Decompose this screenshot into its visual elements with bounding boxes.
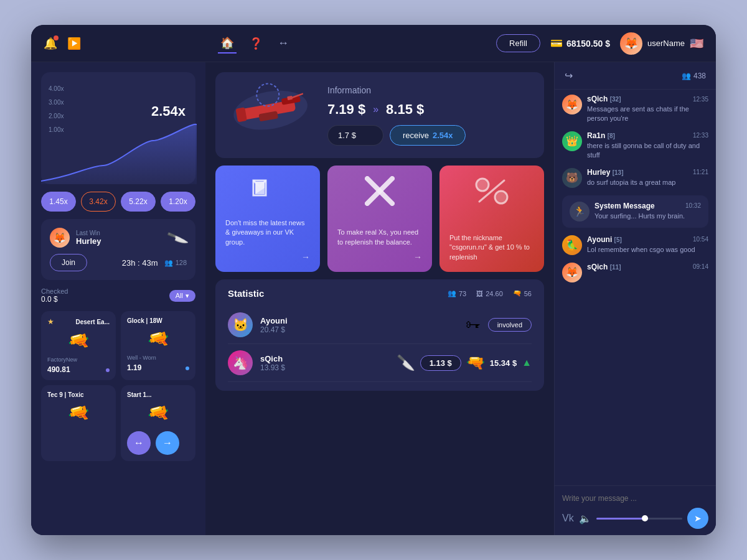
msg-time-2: 12:33: [693, 132, 708, 139]
chat-vk-icon[interactable]: Vk: [562, 513, 574, 524]
chat-input-field[interactable]: [562, 494, 708, 503]
mult-btn-4[interactable]: 1.20x: [161, 192, 195, 212]
promo-text-x: To make real Xs, you need to replenish t…: [337, 228, 422, 247]
notification-icon[interactable]: 🔔: [44, 37, 57, 50]
msg-avatar-3: 🐻: [562, 168, 582, 188]
action-btn-purple[interactable]: ↔: [127, 431, 151, 455]
stats-value: 🖼 24.60: [476, 290, 503, 297]
info-panel: Information 7.19 $ » 8.15 $ receive 2.54…: [327, 85, 532, 146]
items-grid: ★ Desert Ea... 🔫 FactoryNew 490.81 Glock…: [41, 311, 195, 461]
youtube-icon[interactable]: ▶️: [67, 37, 81, 50]
promo-text-percent: Put the nickname "csgorun.ru" & get 10 %…: [449, 233, 534, 262]
item-card-4[interactable]: Start 1... 🔫 ↔ →: [121, 385, 195, 461]
item-price-2: 1.19: [127, 363, 141, 372]
promo-arrow-x: →: [413, 252, 422, 262]
receive-label: receive: [403, 131, 429, 140]
msg-content-6: sQich [11] 09:14: [587, 263, 708, 273]
wallet-icon: 💳: [550, 37, 563, 49]
svg-point-11: [495, 191, 507, 203]
last-win-avatar: 🦊: [50, 228, 70, 248]
receive-button[interactable]: receive 2.54x: [390, 125, 466, 146]
msg-name-system: System Message: [594, 202, 655, 210]
msg-avatar-5: 🦜: [562, 235, 582, 255]
msg-content-3: Hurley [13] 11:21 do surf utopia its a g…: [587, 168, 708, 187]
nav-home-icon[interactable]: 🏠: [218, 34, 237, 54]
promo-cards: Don't miss the latest news & giveaways i…: [215, 166, 544, 272]
stats-section: Statistic 👥 73 🖼 24.60 🔫 56: [215, 279, 544, 391]
join-button[interactable]: Join: [50, 254, 87, 271]
nav-question-icon[interactable]: ❓: [247, 34, 265, 53]
stats-count: 🔫 56: [513, 289, 532, 297]
chat-message-6: 🦊 sQich [11] 09:14: [562, 263, 708, 282]
stat-item-knife-icon: 🔪: [397, 354, 415, 371]
info-title: Information: [327, 85, 532, 95]
stat-amount-2: 13.93 $: [260, 363, 285, 372]
receive-multiplier: 2.54x: [433, 131, 453, 140]
info-section: Information 7.19 $ » 8.15 $ receive 2.54…: [215, 72, 544, 158]
promo-arrow-vk: →: [301, 252, 310, 262]
volume-control[interactable]: [596, 518, 682, 520]
msg-name-1: sQich [32]: [587, 95, 621, 103]
stat-user-info-1: Ayouni 20.47 $: [260, 316, 288, 334]
msg-name-5: Ayouni [5]: [587, 235, 622, 244]
msg-text-2: there is still gonna be call of duty and…: [587, 141, 708, 161]
item-rarity-dot-2: [186, 366, 189, 370]
all-filter-button[interactable]: All ▾: [169, 290, 195, 302]
chat-collapse-icon[interactable]: ↪: [565, 70, 573, 82]
refill-button[interactable]: Refill: [496, 34, 540, 52]
msg-avatar-1: 🦊: [562, 95, 582, 114]
msg-time-5: 10:54: [693, 236, 708, 243]
promo-card-vk[interactable]: Don't miss the latest news & giveaways i…: [215, 166, 320, 272]
chat-volume-icon[interactable]: 🔈: [579, 513, 591, 525]
last-win-info: Last Win Hurley: [76, 230, 101, 246]
promo-vk-icon: [252, 175, 283, 213]
last-win-name: Hurley: [76, 236, 101, 246]
promo-card-x[interactable]: To make real Xs, you need to replenish t…: [327, 166, 432, 272]
country-flag: 🇺🇸: [690, 37, 703, 50]
online-count: 👥 438: [682, 72, 706, 80]
item-card-2[interactable]: Glock | 18W 🔫 Well - Worn 1.19: [121, 311, 195, 380]
players-count: 👥 128: [164, 259, 187, 267]
game-timer: 23h : 43m: [122, 258, 158, 268]
nav-transfer-icon[interactable]: ↔️: [275, 34, 291, 52]
item-card-1[interactable]: ★ Desert Ea... 🔫 FactoryNew 490.81: [41, 311, 116, 380]
item-card-3[interactable]: Tec 9 | Toxic 🔫: [41, 385, 116, 461]
online-number: 438: [693, 72, 706, 80]
mult-btn-1[interactable]: 1.45x: [41, 192, 76, 212]
volume-slider[interactable]: [596, 518, 682, 520]
stat-username-1: Ayouni: [260, 316, 288, 325]
bet-input[interactable]: [327, 125, 383, 146]
stat-item-gun-icon: 🔫: [466, 354, 485, 371]
notification-dot: [54, 35, 59, 40]
chart-card: 4.00x 3.00x 2.00x 1.00x 2.54x: [41, 72, 195, 184]
chat-panel: ↪ 👥 438 🦊 sQich [32] 12:35 Messages are: [554, 62, 716, 535]
send-button[interactable]: ➤: [687, 508, 708, 529]
mult-btn-3[interactable]: 5.22x: [121, 192, 156, 212]
svg-point-10: [476, 179, 489, 191]
msg-name-6: sQich [11]: [587, 263, 621, 271]
stat-items-2: 🔪 1.13 $ 🔫 15.34 $ ▲: [397, 354, 532, 371]
action-btn-blue[interactable]: →: [156, 431, 179, 455]
promo-text-vk: Don't miss the latest news & giveaways i…: [225, 218, 310, 247]
stat-avatar-2: 🦄: [228, 350, 253, 375]
msg-name-2: Ra1n [8]: [587, 131, 615, 140]
last-win-label: Last Win: [76, 230, 101, 236]
nav-icons: 🏠 ❓ ↔️: [218, 34, 291, 54]
stat-win-value: 15.34 $: [490, 358, 517, 368]
stat-items-1: 🗝: [466, 316, 481, 334]
header-right: Refill 💳 68150.50 $ 🦊 userName 🇺🇸: [496, 32, 703, 55]
weapon-image: [223, 75, 320, 156]
promo-card-percent[interactable]: Put the nickname "csgorun.ru" & get 10 %…: [439, 166, 544, 272]
msg-text-system: Your surfing... Hurts my brain.: [594, 212, 701, 221]
last-win-header: 🦊 Last Win Hurley 🔪: [50, 228, 187, 248]
chat-messages: 🦊 sQich [32] 12:35 Messages are sent as …: [555, 90, 716, 485]
msg-content-1: sQich [32] 12:35 Messages are sent as ch…: [587, 95, 708, 124]
mult-btn-2[interactable]: 3.42x: [81, 192, 116, 212]
volume-thumb[interactable]: [642, 515, 648, 521]
item-image-1: 🔫: [45, 324, 111, 360]
stat-row-1: 🐱 Ayouni 20.47 $ 🗝 involved: [228, 306, 532, 344]
checked-value: 0.0 $: [41, 295, 68, 304]
stats-players: 👥 73: [448, 289, 466, 297]
chat-message-system: 🏃 System Message 10:32 Your surfing... H…: [562, 195, 708, 228]
item-star-1: ★: [47, 317, 54, 326]
